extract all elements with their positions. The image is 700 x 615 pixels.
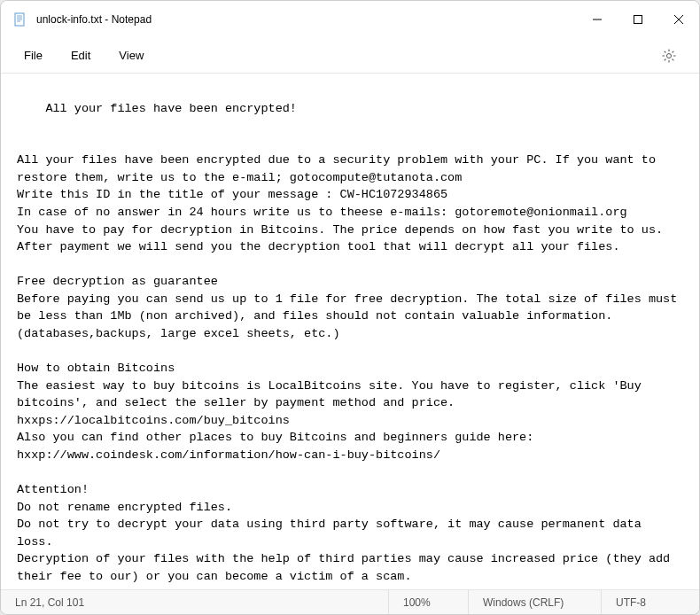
- close-button[interactable]: [658, 1, 699, 38]
- status-cursor-position: Ln 21, Col 101: [1, 590, 389, 614]
- notepad-window: unlock-info.txt - Notepad File Edit View…: [0, 0, 700, 615]
- status-line-ending: Windows (CRLF): [469, 590, 602, 614]
- gear-icon: [662, 49, 676, 63]
- status-zoom[interactable]: 100%: [389, 590, 469, 614]
- menu-edit[interactable]: Edit: [57, 43, 105, 67]
- document-text: All your files have been encrypted! All …: [17, 102, 684, 583]
- svg-rect-6: [634, 16, 642, 24]
- menu-file[interactable]: File: [10, 43, 57, 67]
- menu-view[interactable]: View: [105, 43, 158, 67]
- menubar: File Edit View: [1, 38, 699, 74]
- settings-button[interactable]: [655, 42, 683, 70]
- statusbar: Ln 21, Col 101 100% Windows (CRLF) UTF-8: [1, 589, 699, 614]
- titlebar[interactable]: unlock-info.txt - Notepad: [1, 1, 699, 38]
- window-title: unlock-info.txt - Notepad: [36, 13, 577, 26]
- maximize-button[interactable]: [618, 1, 658, 38]
- status-encoding: UTF-8: [602, 590, 699, 614]
- minimize-button[interactable]: [577, 1, 618, 38]
- window-controls: [577, 1, 699, 38]
- text-area[interactable]: All your files have been encrypted! All …: [1, 74, 699, 589]
- notepad-icon: [13, 12, 27, 27]
